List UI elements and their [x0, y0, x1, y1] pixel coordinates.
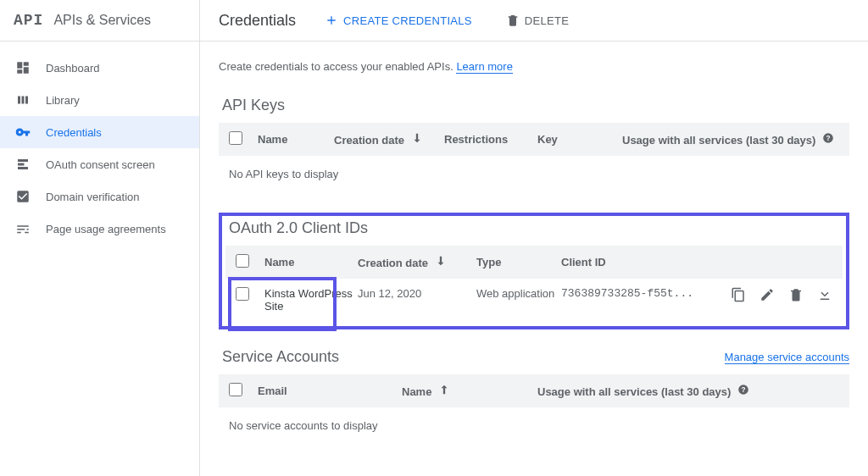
help-icon[interactable]: ? — [822, 132, 834, 144]
download-icon[interactable] — [817, 287, 832, 302]
sidebar-item-page-usage[interactable]: Page usage agreements — [0, 213, 199, 245]
sidebar-item-label: Domain verification — [46, 191, 140, 203]
col-label: Name — [402, 385, 431, 398]
help-icon[interactable]: ? — [737, 384, 749, 396]
api-keys-title: API Keys — [222, 97, 849, 114]
sidebar-item-library[interactable]: Library — [0, 84, 199, 116]
main: Credentials CREATE CREDENTIALS DELETE Cr… — [200, 0, 868, 476]
oauth-col-clientid[interactable]: Client ID — [561, 256, 731, 268]
api-keys-section: API Keys Name Creation date Restrictions… — [219, 97, 849, 192]
oauth-title: OAuth 2.0 Client IDs — [229, 219, 843, 237]
delete-label: DELETE — [525, 14, 569, 27]
plus-icon — [325, 14, 338, 27]
api-col-date[interactable]: Creation date — [334, 132, 444, 147]
api-col-key[interactable]: Key — [537, 133, 622, 146]
sidebar-item-label: Credentials — [46, 126, 102, 139]
arrow-down-icon — [411, 132, 423, 144]
oauth-row-date: Jun 12, 2020 — [358, 287, 476, 300]
page-title: Credentials — [219, 12, 296, 30]
brand-logo: API — [14, 12, 43, 29]
sa-col-name[interactable]: Name — [402, 384, 537, 398]
brand-title: APIs & Services — [53, 13, 151, 28]
service-accounts-section: Service Accounts Manage service accounts… — [219, 348, 849, 444]
create-credentials-label: CREATE CREDENTIALS — [343, 14, 472, 27]
sidebar-item-label: Page usage agreements — [46, 223, 166, 235]
trash-icon[interactable] — [788, 287, 804, 302]
service-accounts-header: Email Name Usage with all services (last… — [219, 374, 849, 407]
oauth-col-date[interactable]: Creation date — [358, 255, 476, 269]
sa-col-email[interactable]: Email — [258, 385, 402, 397]
copy-icon[interactable] — [731, 287, 746, 302]
col-label: Creation date — [334, 134, 404, 147]
topbar: Credentials CREATE CREDENTIALS DELETE — [200, 0, 868, 42]
dashboard-icon — [15, 60, 31, 75]
oauth-row-name[interactable]: Kinsta WordPress Site — [264, 287, 358, 313]
sidebar-item-label: Dashboard — [46, 62, 100, 75]
select-all-sa-checkbox[interactable] — [229, 383, 242, 396]
settings-icon — [15, 221, 31, 236]
sidebar-nav: Dashboard Library Credentials OAuth cons… — [0, 42, 199, 245]
oauth-row-actions — [731, 287, 832, 302]
svg-text:?: ? — [826, 135, 830, 142]
key-icon — [15, 125, 31, 140]
check-icon — [15, 189, 31, 204]
service-accounts-empty: No service accounts to display — [219, 407, 849, 444]
oauth-table: Name Creation date Type Client ID Kinsta… — [225, 246, 843, 321]
api-keys-empty: No API keys to display — [219, 156, 849, 192]
delete-button[interactable]: DELETE — [501, 8, 574, 32]
consent-icon — [15, 157, 31, 172]
select-all-api-keys-checkbox[interactable] — [229, 131, 242, 145]
sidebar: API APIs & Services Dashboard Library Cr… — [0, 0, 200, 476]
arrow-down-icon — [435, 255, 447, 267]
oauth-col-name[interactable]: Name — [264, 256, 358, 268]
oauth-row-clientid: 736389733285-f55t... — [561, 287, 731, 300]
api-keys-table: Name Creation date Restrictions Key Usag… — [219, 123, 849, 192]
sidebar-item-domain-verification[interactable]: Domain verification — [0, 180, 199, 213]
select-all-oauth-checkbox[interactable] — [236, 254, 249, 268]
sidebar-item-oauth-consent[interactable]: OAuth consent screen — [0, 148, 199, 180]
oauth-row-type: Web application — [476, 287, 561, 300]
intro-text: Create credentials to access your enable… — [219, 60, 849, 73]
oauth-row-checkbox[interactable] — [236, 287, 249, 301]
service-accounts-title: Service Accounts — [222, 348, 339, 366]
arrow-up-icon — [438, 384, 450, 396]
api-col-restrictions[interactable]: Restrictions — [444, 133, 537, 146]
brand: API APIs & Services — [0, 0, 199, 42]
trash-icon — [506, 14, 520, 27]
oauth-header: Name Creation date Type Client ID — [225, 246, 843, 279]
col-label: Creation date — [358, 257, 428, 269]
library-icon — [15, 92, 31, 108]
sidebar-item-credentials[interactable]: Credentials — [0, 116, 199, 148]
learn-more-link[interactable]: Learn more — [456, 60, 512, 74]
api-keys-header: Name Creation date Restrictions Key Usag… — [219, 123, 849, 156]
service-accounts-table: Email Name Usage with all services (last… — [219, 374, 849, 444]
sidebar-item-label: Library — [46, 94, 80, 107]
api-col-usage[interactable]: Usage with all services (last 30 days) ? — [622, 132, 839, 147]
sidebar-item-dashboard[interactable]: Dashboard — [0, 52, 199, 84]
api-col-name[interactable]: Name — [258, 133, 334, 146]
oauth-row[interactable]: Kinsta WordPress Site Jun 12, 2020 Web a… — [225, 279, 843, 321]
col-label: Usage with all services (last 30 days) — [622, 134, 815, 147]
create-credentials-button[interactable]: CREATE CREDENTIALS — [320, 8, 477, 32]
intro-prefix: Create credentials to access your enable… — [219, 60, 453, 73]
sa-col-usage[interactable]: Usage with all services (last 30 days) ? — [537, 384, 839, 398]
col-label: Usage with all services (last 30 days) — [537, 385, 731, 398]
sidebar-item-label: OAuth consent screen — [46, 158, 155, 171]
manage-service-accounts-link[interactable]: Manage service accounts — [725, 351, 849, 364]
svg-text:?: ? — [741, 386, 745, 394]
content: Create credentials to access your enable… — [200, 42, 868, 476]
oauth-col-type[interactable]: Type — [476, 256, 561, 268]
edit-icon[interactable] — [760, 287, 775, 302]
oauth-section-highlight: OAuth 2.0 Client IDs Name Creation date … — [219, 213, 849, 329]
